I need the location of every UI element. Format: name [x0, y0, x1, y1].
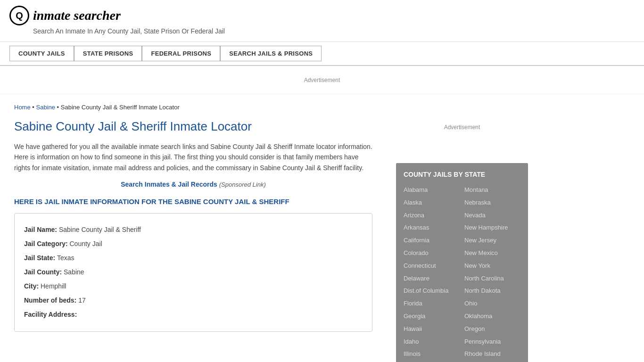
- state-link[interactable]: North Dakota: [464, 285, 520, 297]
- sidebar: Advertisement COUNTY JAILS BY STATE Alab…: [387, 94, 537, 362]
- state-link[interactable]: Florida: [404, 297, 460, 310]
- logo-icon: Q: [9, 6, 29, 25]
- jail-county-label: Jail County:: [24, 268, 64, 276]
- state-link[interactable]: New Hampshire: [464, 222, 520, 234]
- state-link[interactable]: Alaska: [404, 197, 460, 209]
- jail-state-value: Texas: [57, 254, 74, 262]
- site-header: Q inmate searcher Search An Inmate In An…: [0, 0, 644, 42]
- nav-search-jails-prisons[interactable]: SEARCH JAILS & PRISONS: [220, 46, 322, 61]
- page-title: Sabine County Jail & Sheriff Inmate Loca…: [14, 119, 372, 134]
- jail-county-field: Jail County: Sabine: [24, 265, 363, 279]
- state-link[interactable]: Montana: [464, 184, 520, 197]
- state-link[interactable]: Illinois: [404, 348, 460, 361]
- state-link[interactable]: Rhode Island: [464, 348, 520, 361]
- sponsored-link[interactable]: Search Inmates & Jail Records: [121, 181, 217, 188]
- states-col2: MontanaNebraskaNevadaNew HampshireNew Je…: [464, 184, 520, 361]
- jail-name-value: Sabine County Jail & Sheriff: [59, 226, 141, 233]
- state-link[interactable]: Hawaii: [404, 323, 460, 336]
- state-link[interactable]: New Jersey: [464, 234, 520, 247]
- states-col1: AlabamaAlaskaArizonaArkansasCaliforniaCo…: [404, 184, 460, 361]
- jail-beds-value: 17: [78, 296, 86, 304]
- breadcrumb: Home • Sabine • Sabine County Jail & She…: [14, 104, 372, 111]
- state-link[interactable]: Nevada: [464, 209, 520, 222]
- state-link[interactable]: Ohio: [464, 297, 520, 310]
- state-link[interactable]: Oklahoma: [464, 310, 520, 323]
- jail-category-label: Jail Category:: [24, 240, 69, 247]
- jail-name-field: Jail Name: Sabine County Jail & Sheriff: [24, 223, 363, 236]
- state-link[interactable]: Pennsylvania: [464, 336, 520, 348]
- state-link[interactable]: Georgia: [404, 310, 460, 323]
- content-area: Home • Sabine • Sabine County Jail & She…: [0, 94, 387, 362]
- logo-area: Q inmate searcher: [9, 6, 635, 25]
- tagline: Search An Inmate In Any County Jail, Sta…: [33, 27, 635, 35]
- jail-category-field: Jail Category: County Jail: [24, 237, 363, 250]
- state-link[interactable]: California: [404, 234, 460, 247]
- state-link[interactable]: Colorado: [404, 247, 460, 260]
- state-link[interactable]: Idaho: [404, 336, 460, 348]
- breadcrumb-sabine[interactable]: Sabine: [36, 104, 55, 111]
- county-jails-title: COUNTY JAILS BY STATE: [404, 171, 520, 178]
- state-link[interactable]: Arizona: [404, 209, 460, 222]
- jail-info-header: HERE IS JAIL INMATE INFORMATION FOR THE …: [14, 197, 372, 206]
- jail-city-field: City: Hemphill: [24, 280, 363, 293]
- jail-state-field: Jail State: Texas: [24, 251, 363, 264]
- breadcrumb-current: Sabine County Jail & Sheriff Inmate Loca…: [61, 104, 180, 111]
- jail-beds-label: Number of beds:: [24, 296, 78, 304]
- county-jails-box: COUNTY JAILS BY STATE AlabamaAlaskaArizo…: [396, 163, 528, 362]
- sponsored-link-area: Search Inmates & Jail Records (Sponsored…: [14, 181, 372, 188]
- state-link[interactable]: Dist.of Columbia: [404, 285, 460, 297]
- state-link[interactable]: Delaware: [404, 272, 460, 285]
- ad-banner: Advertisement: [0, 66, 644, 94]
- jail-beds-field: Number of beds: 17: [24, 294, 363, 307]
- main-area: Home • Sabine • Sabine County Jail & She…: [0, 94, 644, 362]
- jail-address-field: Facility Address:: [24, 308, 363, 321]
- nav-federal-prisons[interactable]: FEDERAL PRISONS: [142, 46, 220, 61]
- state-link[interactable]: Arkansas: [404, 222, 460, 234]
- jail-name-label: Jail Name:: [24, 226, 59, 233]
- sponsored-text: (Sponsored Link): [219, 181, 266, 188]
- state-link[interactable]: Alabama: [404, 184, 460, 197]
- state-link[interactable]: North Carolina: [464, 272, 520, 285]
- jail-county-value: Sabine: [64, 268, 84, 276]
- state-link[interactable]: New Mexico: [464, 247, 520, 260]
- state-link[interactable]: New York: [464, 260, 520, 272]
- main-nav: COUNTY JAILS STATE PRISONS FEDERAL PRISO…: [0, 42, 644, 66]
- nav-state-prisons[interactable]: STATE PRISONS: [74, 46, 142, 61]
- state-link[interactable]: Nebraska: [464, 197, 520, 209]
- state-link[interactable]: Oregon: [464, 323, 520, 336]
- info-box: Jail Name: Sabine County Jail & Sheriff …: [14, 213, 372, 332]
- nav-county-jails[interactable]: COUNTY JAILS: [9, 46, 74, 61]
- jail-address-label: Facility Address:: [24, 311, 77, 318]
- jail-city-value: Hemphill: [41, 282, 66, 290]
- states-grid: AlabamaAlaskaArizonaArkansasCaliforniaCo…: [404, 184, 520, 361]
- breadcrumb-home[interactable]: Home: [14, 104, 31, 111]
- jail-city-label: City:: [24, 282, 41, 290]
- sidebar-ad: Advertisement: [396, 99, 528, 156]
- page-description: We have gathered for you all the availab…: [14, 141, 372, 173]
- state-link[interactable]: Connecticut: [404, 260, 460, 272]
- jail-state-label: Jail State:: [24, 254, 57, 262]
- site-title: inmate searcher: [33, 8, 121, 23]
- jail-category-value: County Jail: [69, 240, 102, 247]
